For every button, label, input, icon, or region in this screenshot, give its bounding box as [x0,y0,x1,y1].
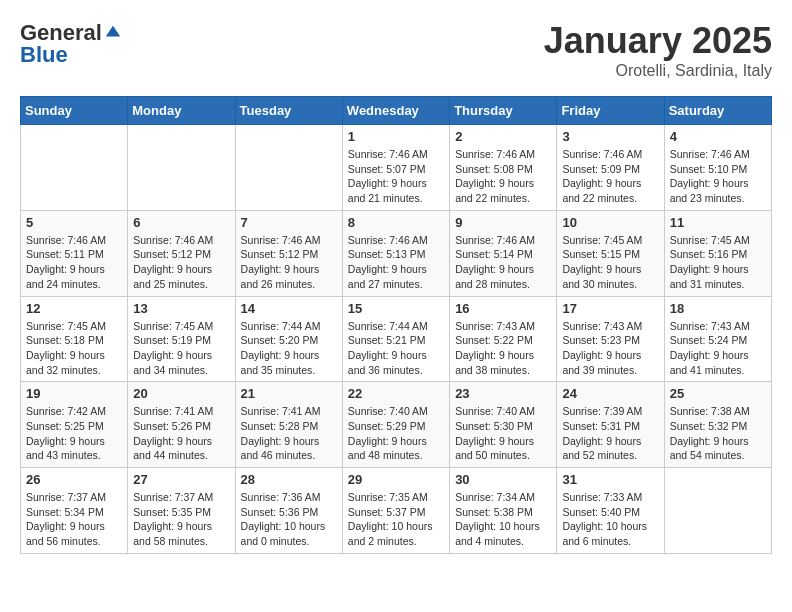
day-info: Sunrise: 7:36 AM Sunset: 5:36 PM Dayligh… [241,490,337,549]
day-info: Sunrise: 7:46 AM Sunset: 5:09 PM Dayligh… [562,147,658,206]
day-info: Sunrise: 7:40 AM Sunset: 5:29 PM Dayligh… [348,404,444,463]
day-number: 6 [133,215,229,230]
day-info: Sunrise: 7:40 AM Sunset: 5:30 PM Dayligh… [455,404,551,463]
calendar-cell [235,125,342,211]
calendar-cell: 2Sunrise: 7:46 AM Sunset: 5:08 PM Daylig… [450,125,557,211]
day-info: Sunrise: 7:46 AM Sunset: 5:13 PM Dayligh… [348,233,444,292]
day-number: 10 [562,215,658,230]
calendar-cell: 15Sunrise: 7:44 AM Sunset: 5:21 PM Dayli… [342,296,449,382]
day-number: 7 [241,215,337,230]
day-number: 27 [133,472,229,487]
weekday-header-wednesday: Wednesday [342,97,449,125]
day-info: Sunrise: 7:37 AM Sunset: 5:34 PM Dayligh… [26,490,122,549]
month-title: January 2025 [544,20,772,62]
day-number: 31 [562,472,658,487]
day-number: 23 [455,386,551,401]
calendar-cell: 6Sunrise: 7:46 AM Sunset: 5:12 PM Daylig… [128,210,235,296]
calendar-cell: 5Sunrise: 7:46 AM Sunset: 5:11 PM Daylig… [21,210,128,296]
calendar-cell: 4Sunrise: 7:46 AM Sunset: 5:10 PM Daylig… [664,125,771,211]
logo-blue-text: Blue [20,42,68,67]
day-number: 11 [670,215,766,230]
day-info: Sunrise: 7:46 AM Sunset: 5:12 PM Dayligh… [133,233,229,292]
calendar-cell: 14Sunrise: 7:44 AM Sunset: 5:20 PM Dayli… [235,296,342,382]
calendar-cell: 10Sunrise: 7:45 AM Sunset: 5:15 PM Dayli… [557,210,664,296]
weekday-header-thursday: Thursday [450,97,557,125]
logo-icon [104,24,122,42]
weekday-header-row: SundayMondayTuesdayWednesdayThursdayFrid… [21,97,772,125]
calendar-week-2: 5Sunrise: 7:46 AM Sunset: 5:11 PM Daylig… [21,210,772,296]
day-info: Sunrise: 7:45 AM Sunset: 5:18 PM Dayligh… [26,319,122,378]
day-info: Sunrise: 7:43 AM Sunset: 5:22 PM Dayligh… [455,319,551,378]
svg-marker-0 [106,26,120,37]
title-section: January 2025 Orotelli, Sardinia, Italy [544,20,772,80]
calendar-cell: 31Sunrise: 7:33 AM Sunset: 5:40 PM Dayli… [557,468,664,554]
page-header: General Blue January 2025 Orotelli, Sard… [20,20,772,80]
calendar-cell: 21Sunrise: 7:41 AM Sunset: 5:28 PM Dayli… [235,382,342,468]
day-number: 12 [26,301,122,316]
day-number: 2 [455,129,551,144]
calendar-cell: 3Sunrise: 7:46 AM Sunset: 5:09 PM Daylig… [557,125,664,211]
weekday-header-sunday: Sunday [21,97,128,125]
day-info: Sunrise: 7:44 AM Sunset: 5:21 PM Dayligh… [348,319,444,378]
calendar-cell: 19Sunrise: 7:42 AM Sunset: 5:25 PM Dayli… [21,382,128,468]
weekday-header-tuesday: Tuesday [235,97,342,125]
day-info: Sunrise: 7:42 AM Sunset: 5:25 PM Dayligh… [26,404,122,463]
day-number: 21 [241,386,337,401]
day-number: 13 [133,301,229,316]
day-info: Sunrise: 7:34 AM Sunset: 5:38 PM Dayligh… [455,490,551,549]
calendar-cell: 30Sunrise: 7:34 AM Sunset: 5:38 PM Dayli… [450,468,557,554]
day-info: Sunrise: 7:45 AM Sunset: 5:15 PM Dayligh… [562,233,658,292]
day-info: Sunrise: 7:41 AM Sunset: 5:28 PM Dayligh… [241,404,337,463]
day-number: 28 [241,472,337,487]
day-info: Sunrise: 7:46 AM Sunset: 5:11 PM Dayligh… [26,233,122,292]
day-number: 26 [26,472,122,487]
day-number: 30 [455,472,551,487]
location: Orotelli, Sardinia, Italy [544,62,772,80]
calendar-cell: 26Sunrise: 7:37 AM Sunset: 5:34 PM Dayli… [21,468,128,554]
logo: General Blue [20,20,122,68]
day-number: 24 [562,386,658,401]
calendar-cell: 7Sunrise: 7:46 AM Sunset: 5:12 PM Daylig… [235,210,342,296]
day-number: 29 [348,472,444,487]
calendar-cell [128,125,235,211]
day-info: Sunrise: 7:33 AM Sunset: 5:40 PM Dayligh… [562,490,658,549]
calendar-cell: 18Sunrise: 7:43 AM Sunset: 5:24 PM Dayli… [664,296,771,382]
weekday-header-friday: Friday [557,97,664,125]
calendar-cell: 20Sunrise: 7:41 AM Sunset: 5:26 PM Dayli… [128,382,235,468]
day-number: 1 [348,129,444,144]
calendar-cell: 8Sunrise: 7:46 AM Sunset: 5:13 PM Daylig… [342,210,449,296]
calendar-week-4: 19Sunrise: 7:42 AM Sunset: 5:25 PM Dayli… [21,382,772,468]
calendar-cell: 1Sunrise: 7:46 AM Sunset: 5:07 PM Daylig… [342,125,449,211]
day-number: 15 [348,301,444,316]
day-info: Sunrise: 7:46 AM Sunset: 5:14 PM Dayligh… [455,233,551,292]
day-number: 18 [670,301,766,316]
day-info: Sunrise: 7:35 AM Sunset: 5:37 PM Dayligh… [348,490,444,549]
day-number: 22 [348,386,444,401]
weekday-header-monday: Monday [128,97,235,125]
calendar-cell: 28Sunrise: 7:36 AM Sunset: 5:36 PM Dayli… [235,468,342,554]
calendar-cell: 9Sunrise: 7:46 AM Sunset: 5:14 PM Daylig… [450,210,557,296]
day-number: 25 [670,386,766,401]
calendar-cell: 24Sunrise: 7:39 AM Sunset: 5:31 PM Dayli… [557,382,664,468]
calendar-cell: 25Sunrise: 7:38 AM Sunset: 5:32 PM Dayli… [664,382,771,468]
day-info: Sunrise: 7:38 AM Sunset: 5:32 PM Dayligh… [670,404,766,463]
day-number: 3 [562,129,658,144]
day-info: Sunrise: 7:46 AM Sunset: 5:10 PM Dayligh… [670,147,766,206]
day-number: 20 [133,386,229,401]
day-number: 16 [455,301,551,316]
calendar-cell: 12Sunrise: 7:45 AM Sunset: 5:18 PM Dayli… [21,296,128,382]
day-number: 14 [241,301,337,316]
calendar-cell: 11Sunrise: 7:45 AM Sunset: 5:16 PM Dayli… [664,210,771,296]
day-info: Sunrise: 7:45 AM Sunset: 5:19 PM Dayligh… [133,319,229,378]
day-number: 8 [348,215,444,230]
calendar-cell: 27Sunrise: 7:37 AM Sunset: 5:35 PM Dayli… [128,468,235,554]
day-info: Sunrise: 7:45 AM Sunset: 5:16 PM Dayligh… [670,233,766,292]
calendar-week-3: 12Sunrise: 7:45 AM Sunset: 5:18 PM Dayli… [21,296,772,382]
day-info: Sunrise: 7:44 AM Sunset: 5:20 PM Dayligh… [241,319,337,378]
calendar-cell: 23Sunrise: 7:40 AM Sunset: 5:30 PM Dayli… [450,382,557,468]
day-info: Sunrise: 7:37 AM Sunset: 5:35 PM Dayligh… [133,490,229,549]
day-info: Sunrise: 7:43 AM Sunset: 5:23 PM Dayligh… [562,319,658,378]
calendar-cell: 16Sunrise: 7:43 AM Sunset: 5:22 PM Dayli… [450,296,557,382]
calendar-cell: 17Sunrise: 7:43 AM Sunset: 5:23 PM Dayli… [557,296,664,382]
calendar-cell [21,125,128,211]
